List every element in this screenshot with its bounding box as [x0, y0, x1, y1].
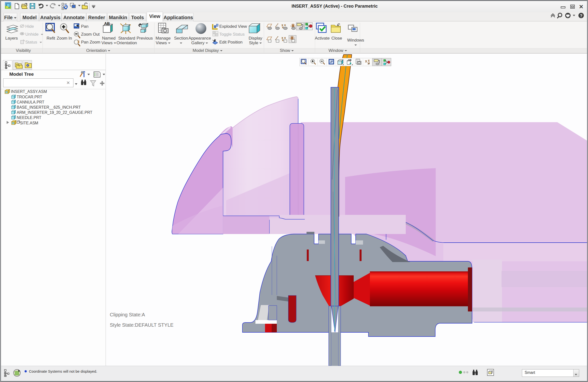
- svg-text:Style State:DEFAULT STYLE: Style State:DEFAULT STYLE: [110, 322, 173, 328]
- svg-text:AB: AB: [348, 59, 351, 61]
- svg-text:x: x: [282, 38, 284, 42]
- svg-text:Clipping State:A: Clipping State:A: [110, 312, 145, 317]
- svg-text:?: ?: [580, 14, 582, 18]
- svg-text:AB: AB: [104, 22, 110, 26]
